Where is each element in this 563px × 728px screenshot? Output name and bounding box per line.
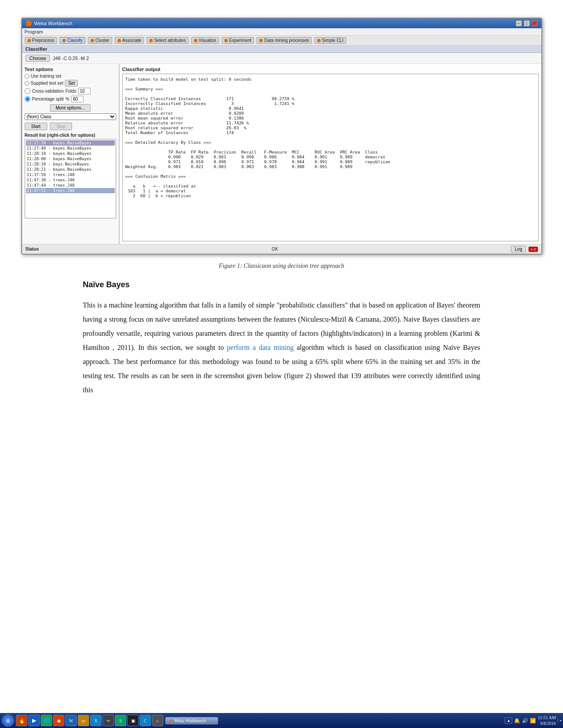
toolbar-visualize[interactable]: Visualize — [191, 37, 219, 44]
status-label: Status — [26, 247, 39, 251]
taskbar-icon-9[interactable]: S — [115, 715, 126, 726]
statusbar: Status OK Log x 0 — [22, 244, 541, 254]
right-panel: Classifier output Time taken to build mo… — [119, 64, 541, 244]
log-button[interactable]: Log — [511, 246, 526, 252]
taskbar-icon-4[interactable]: ◉ — [53, 715, 64, 726]
list-item[interactable]: 11:37:56 - trees.J48 — [26, 172, 115, 177]
toolbar-associate[interactable]: Associate — [115, 37, 144, 44]
icon-11: C — [144, 718, 147, 723]
taskbar-icon-3[interactable]: 🌐 — [41, 715, 52, 726]
choose-button[interactable]: Choose — [26, 55, 50, 62]
tray-icon-3: 📶 — [530, 718, 536, 724]
toolbar-cluster[interactable]: Cluster — [88, 37, 112, 44]
titlebar: Weka Workbench ─ □ ✕ — [22, 19, 541, 28]
classifier-row: Choose J48 -C 0.25 -M 2 — [22, 53, 541, 64]
percentage-split-label: Percentage split — [32, 97, 64, 101]
icon-4: ◉ — [57, 718, 61, 723]
taskbar-icon-10[interactable]: ▣ — [127, 715, 139, 726]
more-options-button[interactable]: More options... — [50, 104, 91, 112]
list-item[interactable]: 11:47:38 - trees.J48 — [26, 177, 115, 183]
set-button[interactable]: Set — [65, 80, 78, 86]
cross-validation-row: Cross-validation Folds — [25, 88, 116, 94]
close-button[interactable]: ✕ — [532, 20, 538, 26]
taskbar-icon-11[interactable]: C — [140, 715, 151, 726]
figure-caption: Figure 1: Classicaon using decision tree… — [127, 263, 436, 270]
classifier-output: Time taken to build model on test split:… — [122, 74, 539, 241]
tray-clock: 11:51 AM 9/8/2016 — [538, 715, 555, 726]
start-button[interactable]: Start — [25, 123, 47, 130]
weka-window: Weka Workbench ─ □ ✕ Program Preprocess … — [21, 18, 542, 255]
icon-3: 🌐 — [43, 717, 50, 724]
toolbar-dot — [224, 39, 228, 42]
toolbar-dot — [259, 39, 263, 42]
toolbar-dot — [62, 39, 66, 42]
start-orb[interactable]: ⊞ — [2, 714, 14, 727]
menu-program[interactable]: Program — [25, 29, 43, 34]
list-item[interactable]: 11:28:10 - bayz.NaiveBayes — [26, 161, 115, 167]
result-list-label: Result list (right-click for options) — [25, 133, 116, 138]
show-desktop-btn[interactable]: ▪ — [558, 718, 561, 723]
taskbar-icon-12[interactable]: ⌂ — [152, 715, 163, 726]
toolbar-dot — [194, 39, 197, 42]
class-select[interactable]: (Nom) Class — [25, 113, 116, 120]
taskbar-weka[interactable]: ◉ Weka Workbench — [165, 717, 218, 724]
percent-sign: % — [65, 97, 69, 101]
icon-8: ═ — [106, 718, 110, 723]
classifier-section-label: Classifier — [22, 45, 541, 53]
system-tray: ▲ 🔔 🔊 📶 11:51 AM 9/8/2016 ▪ — [505, 715, 561, 726]
icon-6: oz — [81, 718, 85, 723]
status-x: x 0 — [529, 247, 537, 252]
percentage-input[interactable] — [71, 96, 83, 102]
list-item[interactable]: 11:27:38 - bayes.NaiveBayes — [26, 140, 115, 146]
toolbar: Preprocess Classify Cluster Associate Se… — [22, 36, 541, 45]
taskbar-icon-8[interactable]: ═ — [102, 715, 114, 726]
toolbar-classify[interactable]: Classify — [60, 37, 85, 44]
icon-7: X — [94, 718, 97, 723]
list-item[interactable]: 11:28:21 - bayes.NaiveBayes — [26, 167, 115, 172]
toolbar-dot — [149, 39, 153, 42]
toolbar-dot — [91, 39, 94, 42]
start-stop-row: Start Stop — [25, 123, 116, 130]
toolbar-experiment[interactable]: Experiment — [222, 37, 254, 44]
weka-icon — [26, 20, 32, 26]
taskbar: ⊞ 🔥 ▶ 🌐 ◉ W oz X ═ S ▣ — [0, 713, 563, 728]
taskbar-icon-5[interactable]: W — [65, 715, 77, 726]
list-item[interactable]: 11:28:08 - bayes.NaiveBayes — [26, 156, 115, 161]
radio-percentage-input[interactable] — [25, 96, 30, 102]
titlebar-buttons: ─ □ ✕ — [516, 20, 538, 26]
radio-cross-validation-input[interactable] — [25, 88, 30, 94]
list-item[interactable]: 11:27:40 - bayes.NaiveBayes — [26, 146, 115, 151]
section-heading: Naïve Bayes — [83, 280, 480, 289]
taskbar-icon-6[interactable]: oz — [78, 715, 89, 726]
left-panel: Test options Use training set Supplied t… — [22, 64, 119, 244]
radio-use-training-input[interactable] — [25, 74, 29, 79]
toolbar-dot — [317, 39, 321, 42]
radio-supplied[interactable]: Supplied test set Set — [25, 80, 116, 86]
tray-expand[interactable]: ▲ — [505, 717, 512, 724]
folds-input[interactable] — [78, 88, 91, 94]
stop-button[interactable]: Stop — [50, 123, 72, 130]
list-item[interactable]: 11:47:51 - trees.J48 — [26, 188, 115, 193]
toolbar-select-attributes[interactable]: Select attributes — [147, 37, 189, 44]
taskbar-icon-7[interactable]: X — [90, 715, 102, 726]
list-item[interactable]: 11:28:10 - bayes.NaiveBayes — [26, 151, 115, 156]
radio-supplied-input[interactable] — [25, 81, 29, 86]
taskbar-icon-2[interactable]: ▶ — [28, 715, 40, 726]
icon-12: ⌂ — [156, 718, 159, 723]
toolbar-preprocess[interactable]: Preprocess — [25, 37, 57, 44]
minimize-button[interactable]: ─ — [516, 20, 522, 26]
test-options-label: Test options — [25, 67, 116, 72]
taskbar-icon-1[interactable]: 🔥 — [16, 715, 27, 726]
tray-date: 9/8/2016 — [538, 720, 555, 726]
toolbar-data-mining[interactable]: Data mining processes — [257, 37, 312, 44]
classifier-name: J48 -C 0.25 -M 2 — [53, 56, 89, 61]
list-item[interactable]: 11:47:44 - trees.J48 — [26, 183, 115, 188]
status-ok: OK — [272, 247, 278, 251]
icon-10: ▣ — [131, 718, 135, 723]
toolbar-simple-cli[interactable]: Simple CLI — [314, 37, 346, 44]
maximize-button[interactable]: □ — [524, 20, 530, 26]
link-perform[interactable]: perform a data mining — [227, 344, 294, 351]
body-paragraph: This is a machine learning algorithm tha… — [83, 298, 480, 397]
radio-use-training[interactable]: Use training set — [25, 74, 116, 79]
result-list[interactable]: 11:27:38 - bayes.NaiveBayes 11:27:40 - b… — [25, 139, 116, 218]
